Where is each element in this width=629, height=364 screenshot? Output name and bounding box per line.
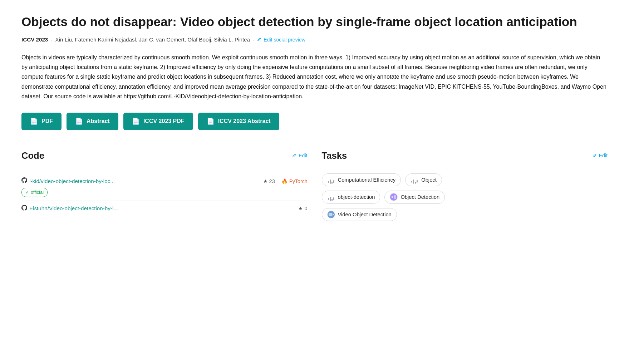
pdf-label: PDF — [41, 118, 53, 124]
task-chip-computational-efficiency[interactable]: Computational Efficiency — [322, 173, 401, 186]
task-icon-computational-efficiency — [327, 176, 335, 184]
task-icon-object — [411, 176, 418, 184]
repo-link-1[interactable]: l-kid/video-object-detection-by-loc... — [21, 177, 115, 186]
task-label-object-detection-img: Object Detection — [401, 193, 439, 201]
pdf-button[interactable]: 📄 PDF — [21, 113, 62, 130]
check-icon: ✓ — [25, 189, 29, 196]
repo-name-1: l-kid/video-object-detection-by-loc... — [29, 177, 115, 186]
task-chip-object-detection[interactable]: object-detection — [322, 191, 380, 203]
edit-icon — [257, 36, 262, 44]
task-chip-object[interactable]: Object — [405, 173, 442, 186]
official-badge-wrapper: ✓ official — [21, 186, 308, 197]
iccv-pdf-button[interactable]: 📄 ICCV 2023 PDF — [123, 113, 193, 130]
code-repo-1: l-kid/video-object-detection-by-loc... ★… — [21, 173, 308, 201]
abstract-label: Abstract — [87, 118, 110, 124]
code-edit-link[interactable]: Edit — [292, 152, 307, 159]
github-icon-1 — [21, 177, 27, 186]
repo-stars-2: ★ 0 — [298, 205, 307, 213]
abstract-icon: 📄 — [75, 118, 83, 125]
github-icon-2 — [21, 205, 27, 213]
official-badge: ✓ official — [21, 188, 48, 197]
task-icon-video-object-detection — [327, 211, 335, 218]
pytorch-badge-1: 🔥 PyTorch — [281, 178, 308, 185]
code-section: Code Edit l-kid/video-object-detection-b… — [21, 149, 308, 221]
task-icon-object-detection — [327, 193, 335, 201]
iccv-abstract-button[interactable]: 📄 ICCV 2023 Abstract — [198, 113, 279, 130]
code-edit-label: Edit — [299, 152, 307, 159]
svg-point-0 — [390, 193, 397, 201]
task-icon-object-detection-img — [390, 193, 398, 201]
pdf-icon: 📄 — [30, 118, 38, 125]
tasks-grid: Computational Efficiency Object — [322, 173, 608, 221]
abstract-button[interactable]: 📄 Abstract — [67, 113, 118, 130]
paper-title: Objects do not disappear: Video object d… — [21, 14, 608, 29]
edit-social-label: Edit social preview — [264, 36, 305, 44]
iccv-abstract-icon: 📄 — [207, 118, 215, 125]
tasks-row-1: Computational Efficiency Object — [322, 173, 608, 186]
tasks-row-2: object-detection Object Detection — [322, 191, 608, 203]
tasks-edit-label: Edit — [599, 152, 608, 159]
iccv-pdf-icon: 📄 — [132, 118, 140, 125]
svg-rect-2 — [394, 195, 396, 199]
meta-line: ICCV 2023 · Xin Liu, Fatemeh Karimi Neja… — [21, 36, 608, 44]
code-section-title: Code — [21, 149, 44, 162]
task-label-object: Object — [421, 176, 437, 184]
edit-social-preview-link[interactable]: Edit social preview — [257, 36, 305, 44]
tasks-section: Tasks Edit Computation — [322, 149, 608, 221]
two-col-section: Code Edit l-kid/video-object-detection-b… — [21, 149, 608, 221]
task-label-video-object-detection: Video Object Detection — [338, 211, 392, 218]
repo-meta-1: ★ 23 🔥 PyTorch — [263, 178, 308, 186]
pytorch-icon: 🔥 — [281, 178, 288, 185]
task-label-object-detection: object-detection — [338, 193, 375, 201]
authors: Xin Liu, Fatemeh Karimi Nejadasl, Jan C.… — [55, 36, 250, 44]
code-repo-2: Elstuhn/Video-object-detection-by-l... ★… — [21, 201, 308, 217]
tasks-section-header: Tasks Edit — [322, 149, 608, 166]
button-row: 📄 PDF 📄 Abstract 📄 ICCV 2023 PDF 📄 ICCV … — [21, 113, 608, 130]
meta-dot: · — [51, 36, 52, 44]
repo-stars-1: ★ 23 — [263, 178, 275, 186]
tasks-edit-link[interactable]: Edit — [593, 152, 608, 159]
tasks-section-title: Tasks — [322, 149, 347, 162]
venue-badge: ICCV 2023 — [21, 36, 48, 44]
official-label: official — [31, 189, 44, 196]
task-label-computational-efficiency: Computational Efficiency — [338, 176, 396, 184]
repo-link-2[interactable]: Elstuhn/Video-object-detection-by-l... — [21, 205, 118, 213]
abstract-text: Objects in videos are typically characte… — [21, 53, 608, 101]
task-chip-video-object-detection[interactable]: Video Object Detection — [322, 208, 397, 221]
svg-rect-4 — [329, 213, 332, 216]
iccv-pdf-label: ICCV 2023 PDF — [143, 118, 185, 124]
svg-rect-1 — [392, 196, 393, 198]
repo-name-2: Elstuhn/Video-object-detection-by-l... — [29, 205, 118, 213]
task-chip-object-detection-img[interactable]: Object Detection — [384, 191, 445, 203]
tasks-row-3: Video Object Detection — [322, 208, 608, 221]
meta-dot-2: · — [253, 36, 254, 44]
pytorch-label: PyTorch — [289, 178, 308, 185]
repo-meta-2: ★ 0 — [298, 205, 307, 213]
iccv-abstract-label: ICCV 2023 Abstract — [218, 118, 271, 124]
code-section-header: Code Edit — [21, 149, 308, 166]
